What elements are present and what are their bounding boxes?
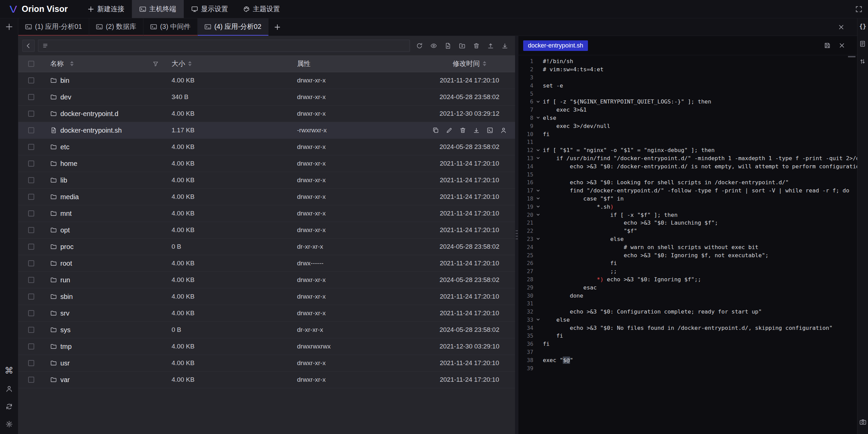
code-line[interactable]: 13 if /usr/bin/find "/docker-entrypoint.… [518, 154, 857, 163]
sort-icon[interactable] [70, 61, 74, 66]
sort-icon[interactable] [188, 61, 192, 66]
snippets-icon[interactable]: {} [859, 24, 866, 30]
fullscreen-icon[interactable] [855, 5, 863, 13]
delete-icon[interactable] [459, 127, 466, 134]
code-line[interactable]: 32 echo >&3 "$0: Configuration complete;… [518, 308, 857, 316]
file-name[interactable]: tmp [60, 343, 72, 351]
row-checkbox[interactable] [28, 94, 34, 100]
file-name[interactable]: run [60, 276, 70, 284]
menu-item[interactable]: 主题设置 [236, 0, 288, 18]
code-line[interactable]: 37 [518, 348, 857, 356]
code-editor[interactable]: 1#!/bin/sh2# vim:sw=4:ts=4:et34set -e56i… [518, 55, 857, 434]
file-name[interactable]: mnt [60, 210, 72, 218]
code-line[interactable]: 33 else [518, 316, 857, 324]
row-checkbox[interactable] [28, 227, 34, 233]
new-connection-plus-icon[interactable] [5, 23, 13, 31]
editor-file-tab[interactable]: docker-entrypoint.sh [523, 40, 588, 51]
code-line[interactable]: 8else [518, 114, 857, 122]
row-checkbox[interactable] [28, 294, 34, 300]
code-line[interactable]: 10fi [518, 130, 857, 138]
fold-icon[interactable] [533, 188, 543, 193]
code-line[interactable]: 34 echo >&3 "$0: No files found in /dock… [518, 324, 857, 332]
commands-icon[interactable] [859, 40, 866, 47]
file-name[interactable]: opt [60, 226, 70, 234]
fold-icon[interactable] [533, 148, 543, 153]
code-line[interactable]: 31 [518, 300, 857, 308]
row-checkbox[interactable] [28, 144, 34, 150]
file-name[interactable]: srv [60, 309, 70, 317]
select-all-checkbox[interactable] [28, 61, 34, 67]
delete-icon[interactable] [470, 40, 482, 52]
code-line[interactable]: 5 [518, 90, 857, 98]
table-row[interactable]: mnt 4.00 KB drwxr-xr-x 2021-11-24 17:20:… [18, 205, 515, 222]
row-checkbox[interactable] [28, 310, 34, 316]
transfer-icon[interactable] [859, 58, 866, 65]
save-icon[interactable] [824, 42, 831, 49]
table-row[interactable]: dev 340 B drwxr-xr-x 2024-05-28 23:58:02 [18, 89, 515, 106]
table-row[interactable]: tmp 4.00 KB drwxrwxrwx 2021-12-30 03:29:… [18, 338, 515, 355]
code-line[interactable]: 2# vim:sw=4:ts=4:et [518, 65, 857, 74]
code-line[interactable]: 21 echo >&3 "$0: Launching $f"; [518, 219, 857, 227]
file-name[interactable]: sys [60, 326, 71, 334]
row-checkbox[interactable] [28, 360, 34, 366]
table-row[interactable]: proc 0 B dr-xr-xr-x 2024-05-28 23:58:02 [18, 239, 515, 255]
table-row[interactable]: media 4.00 KB drwxr-xr-x 2021-11-24 17:2… [18, 189, 515, 205]
panel-resize-handle[interactable] [515, 36, 518, 434]
code-line[interactable]: 18 case "$f" in [518, 195, 857, 203]
file-name[interactable]: bin [60, 77, 70, 84]
row-checkbox[interactable] [28, 194, 34, 200]
file-name[interactable]: home [60, 160, 77, 168]
fold-icon[interactable] [533, 317, 543, 322]
file-name[interactable]: root [60, 260, 72, 267]
copy-icon[interactable] [432, 127, 439, 134]
terminal-tab[interactable]: (2) 数据库 [89, 18, 143, 36]
close-icon[interactable] [839, 42, 845, 49]
code-line[interactable]: 22 "$f" [518, 227, 857, 235]
row-checkbox[interactable] [28, 210, 34, 216]
edit-icon[interactable] [446, 127, 453, 134]
logo[interactable]: Orion Visor [0, 4, 73, 14]
path-input[interactable] [38, 40, 410, 52]
code-line[interactable]: 15 [518, 170, 857, 178]
code-line[interactable]: 12if [ "$1" = "nginx" -o "$1" = "nginx-d… [518, 146, 857, 154]
table-row[interactable]: home 4.00 KB drwxr-xr-x 2021-11-24 17:20… [18, 155, 515, 172]
row-checkbox[interactable] [28, 260, 34, 266]
row-checkbox[interactable] [28, 127, 34, 133]
menu-item[interactable]: 显示设置 [184, 0, 236, 18]
menu-item[interactable]: 主机终端 [132, 0, 184, 18]
code-line[interactable]: 14 echo >&3 "$0: /docker-entrypoint.d/ i… [518, 162, 857, 170]
code-line[interactable]: 28 *) echo >&3 "$0: Ignoring $f";; [518, 276, 857, 284]
fold-icon[interactable] [533, 237, 543, 241]
fold-icon[interactable] [533, 212, 543, 217]
row-checkbox[interactable] [28, 327, 34, 333]
table-row[interactable]: run 4.00 KB drwxr-xr-x 2024-05-28 23:58:… [18, 272, 515, 288]
fold-icon[interactable] [533, 115, 543, 120]
fold-icon[interactable] [533, 156, 543, 161]
table-row[interactable]: sbin 4.00 KB drwxr-xr-x 2021-11-24 17:20… [18, 288, 515, 305]
code-line[interactable]: 3 [518, 74, 857, 82]
code-line[interactable]: 29 esac [518, 283, 857, 291]
table-row[interactable]: opt 4.00 KB drwxr-xr-x 2021-11-24 17:20:… [18, 222, 515, 239]
screenshot-icon[interactable] [859, 418, 867, 426]
table-row[interactable]: srv 4.00 KB drwxr-xr-x 2021-11-24 17:20:… [18, 305, 515, 322]
code-line[interactable]: 9 exec 3>/dev/null [518, 122, 857, 130]
row-checkbox[interactable] [28, 277, 34, 283]
file-name[interactable]: usr [60, 359, 70, 367]
code-line[interactable]: 24 # warn on shell scripts without exec … [518, 243, 857, 251]
download-icon[interactable] [473, 127, 480, 134]
table-row[interactable]: root 4.00 KB drwx------ 2021-11-24 17:20… [18, 255, 515, 272]
add-tab-button[interactable] [269, 18, 286, 36]
permission-icon[interactable] [500, 127, 507, 134]
file-name[interactable]: docker-entrypoint.sh [60, 127, 122, 134]
new-file-icon[interactable] [442, 40, 454, 52]
row-checkbox[interactable] [28, 177, 34, 183]
upload-icon[interactable] [485, 40, 497, 52]
row-checkbox[interactable] [28, 77, 34, 83]
file-name[interactable]: var [60, 376, 70, 384]
code-line[interactable]: 35 fi [518, 332, 857, 340]
row-checkbox[interactable] [28, 111, 34, 117]
filter-funnel-icon[interactable] [153, 61, 159, 67]
table-row[interactable]: docker-entrypoint.d 4.00 KB drwxr-xr-x 2… [18, 106, 515, 122]
file-name[interactable]: dev [60, 93, 71, 101]
refresh-icon[interactable] [413, 40, 426, 52]
